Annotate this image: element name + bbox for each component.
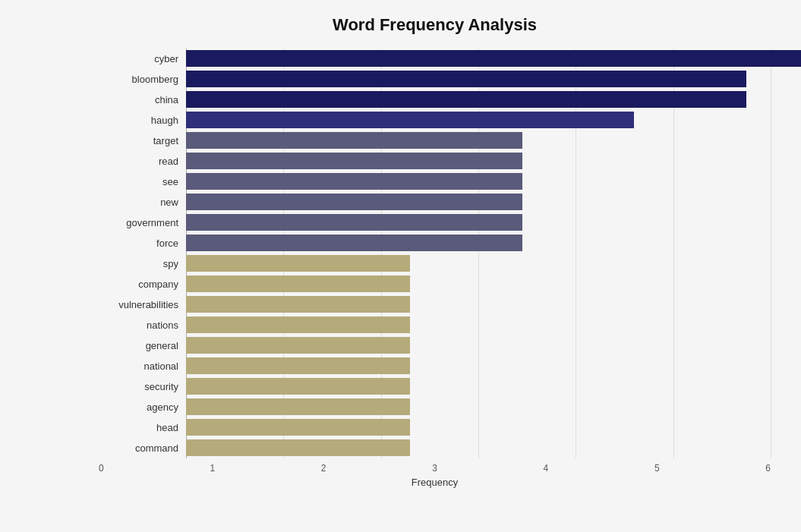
- x-axis-labels: 0123456: [99, 458, 771, 474]
- bar-row: china: [99, 90, 771, 109]
- bar-row: nations: [99, 315, 771, 335]
- bar: [186, 153, 522, 169]
- bar: [186, 337, 410, 354]
- bar-label: company: [99, 279, 186, 290]
- x-tick-label: 2: [321, 463, 326, 474]
- bar-row: new: [99, 192, 771, 212]
- bar-row: bloomberg: [99, 69, 771, 89]
- bar: [186, 132, 522, 149]
- bars-container: cyberbloombergchinahaughtargetreadseenew…: [99, 49, 771, 458]
- bar-row: see: [99, 172, 771, 191]
- bar-label: government: [99, 217, 186, 228]
- bar-label: china: [99, 94, 186, 105]
- bar-label: agency: [99, 401, 186, 413]
- bar-row: agency: [99, 397, 771, 417]
- bar: [186, 91, 746, 108]
- bar-label: cyber: [99, 53, 186, 65]
- bar-label: bloomberg: [99, 74, 186, 85]
- bar: [186, 255, 410, 272]
- bar: [186, 235, 522, 251]
- bar-label: nations: [99, 320, 186, 331]
- bar: [186, 316, 410, 333]
- bar-row: head: [99, 417, 771, 437]
- bar-label: national: [99, 360, 186, 372]
- x-tick-label: 0: [99, 463, 104, 474]
- x-tick-label: 1: [210, 463, 215, 474]
- bar-row: national: [99, 356, 771, 376]
- bar-row: cyber: [99, 49, 771, 68]
- x-axis-title: Frequency: [99, 477, 771, 488]
- bar-label: haugh: [99, 115, 186, 126]
- bar-label: new: [99, 197, 186, 208]
- bar-row: read: [99, 151, 771, 171]
- bar-label: command: [99, 442, 186, 454]
- bar-label: force: [99, 238, 186, 249]
- bar-label: target: [99, 135, 186, 146]
- bar-row: spy: [99, 253, 771, 273]
- bar-label: security: [99, 381, 186, 392]
- bar: [186, 71, 746, 87]
- bar: [186, 173, 522, 190]
- bar: [186, 214, 522, 231]
- bar-label: general: [99, 340, 186, 351]
- bar-label: see: [99, 176, 186, 187]
- x-tick-label: 3: [432, 463, 437, 474]
- x-tick-label: 4: [544, 463, 549, 474]
- bar: [186, 439, 410, 456]
- bars-area: cyberbloombergchinahaughtargetreadseenew…: [99, 49, 771, 458]
- bar-row: government: [99, 212, 771, 232]
- bar-label: spy: [99, 258, 186, 269]
- bar-label: read: [99, 156, 186, 167]
- bar: [186, 296, 410, 313]
- bar-label: vulnerabilities: [99, 299, 186, 310]
- chart-title: Word Frequency Analysis: [99, 15, 771, 35]
- x-tick-label: 5: [654, 463, 660, 474]
- bar: [186, 112, 634, 128]
- bar-row: haugh: [99, 110, 771, 130]
- bar-row: command: [99, 438, 771, 458]
- x-tick-label: 6: [765, 463, 771, 474]
- bar-row: security: [99, 376, 771, 396]
- chart-container: Word Frequency Analysis cyberbloombergch…: [0, 0, 801, 532]
- bar-row: force: [99, 233, 771, 253]
- bar: [186, 357, 410, 374]
- grid-line: [771, 49, 771, 458]
- x-axis: 0123456 Frequency: [99, 458, 771, 488]
- bar: [186, 50, 801, 67]
- bar-row: vulnerabilities: [99, 294, 771, 314]
- bar: [186, 419, 410, 436]
- bar: [186, 378, 410, 395]
- bar-row: general: [99, 335, 771, 355]
- bar: [186, 275, 410, 292]
- bar-row: target: [99, 131, 771, 150]
- bar: [186, 398, 410, 415]
- bar-label: head: [99, 422, 186, 433]
- bar: [186, 194, 522, 210]
- bar-row: company: [99, 274, 771, 294]
